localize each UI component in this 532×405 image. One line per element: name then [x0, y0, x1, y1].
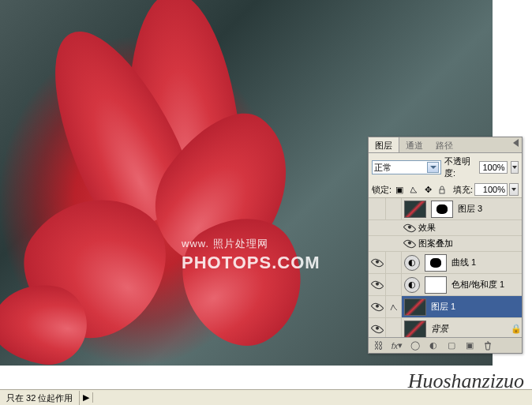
status-bar: 只在 32 位起作用 ▶ — [0, 389, 532, 405]
opacity-input[interactable]: 100% — [479, 161, 508, 174]
eye-icon — [370, 322, 384, 336]
lock-position-icon[interactable]: ✥ — [421, 183, 434, 196]
layer-name[interactable]: 色相/饱和度 1 — [449, 279, 522, 291]
layer-mask-thumbnail[interactable] — [425, 276, 447, 294]
layer-thumbnail[interactable] — [404, 298, 426, 316]
svg-rect-0 — [440, 189, 444, 193]
layer-row[interactable]: ◐ 色相/饱和度 1 — [369, 274, 522, 296]
layer-row-selected[interactable]: 图层 1 — [369, 296, 522, 318]
link-column[interactable] — [386, 252, 402, 273]
lock-label: 锁定: — [372, 184, 392, 196]
visibility-toggle[interactable] — [369, 318, 386, 337]
visibility-toggle[interactable] — [403, 220, 416, 235]
layer-effects-row[interactable]: 效果 — [369, 220, 522, 236]
lock-all-icon[interactable] — [436, 183, 448, 196]
fill-dropdown-icon[interactable] — [509, 183, 519, 196]
lock-icon: 🔒 — [511, 324, 519, 334]
layer-thumbnail[interactable] — [404, 201, 426, 218]
eye-icon — [370, 300, 384, 313]
watermark-line1: www. 照片处理网 — [182, 237, 320, 251]
new-group-icon[interactable]: ▢ — [443, 339, 460, 352]
panel-collapse-icon[interactable] — [510, 137, 522, 152]
eye-icon — [370, 256, 384, 269]
layers-panel: 图层 通道 路径 正常 不透明度: 100% 锁定: ▣ ✥ 填充: 100% … — [368, 137, 523, 354]
layer-mask-thumbnail[interactable] — [425, 254, 447, 272]
lock-image-icon[interactable] — [407, 183, 420, 196]
layer-name[interactable]: 图层 1 — [429, 301, 522, 313]
layer-name[interactable]: 图层 3 — [455, 203, 522, 215]
adjustment-layer-icon[interactable]: ◐ — [425, 339, 442, 352]
opacity-dropdown-icon[interactable] — [511, 161, 519, 174]
layer-mask-icon[interactable]: ◯ — [406, 339, 424, 352]
link-column[interactable] — [386, 318, 402, 337]
blend-mode-row: 正常 不透明度: 100% — [369, 153, 522, 182]
fill-input[interactable]: 100% — [474, 183, 508, 196]
new-layer-icon[interactable]: ▣ — [461, 339, 478, 352]
fill-label: 填充: — [453, 184, 473, 196]
eye-icon — [403, 237, 417, 250]
layer-effect-item[interactable]: 图案叠加 — [369, 236, 522, 252]
visibility-toggle[interactable] — [369, 274, 386, 295]
layer-thumbnail[interactable] — [404, 321, 426, 338]
layers-list: 图层 3 效果 图案叠加 ◐ 曲线 1 ◐ 色相/饱和度 1 — [369, 198, 522, 337]
tab-layers[interactable]: 图层 — [369, 137, 399, 152]
eye-icon — [403, 221, 417, 234]
layer-style-icon[interactable]: fx▾ — [388, 339, 406, 352]
status-arrow-icon[interactable]: ▶ — [80, 392, 93, 403]
link-column[interactable] — [386, 296, 402, 317]
lock-row: 锁定: ▣ ✥ 填充: 100% — [369, 182, 522, 198]
eye-icon — [370, 278, 384, 291]
layer-mask-thumbnail[interactable] — [431, 201, 453, 218]
visibility-toggle[interactable] — [369, 296, 386, 317]
tab-paths[interactable]: 路径 — [429, 137, 459, 152]
lock-transparent-icon[interactable]: ▣ — [393, 183, 406, 196]
panel-tab-bar: 图层 通道 路径 — [369, 137, 522, 153]
layer-name[interactable]: 背景 — [429, 323, 511, 335]
status-text: 只在 32 位起作用 — [0, 391, 80, 405]
watermark-line2: PHOTOPS.COM — [182, 253, 320, 273]
blend-mode-value: 正常 — [374, 162, 392, 174]
visibility-toggle[interactable] — [369, 198, 386, 219]
adjustment-icon[interactable]: ◐ — [404, 255, 420, 271]
layer-row-background[interactable]: 背景 🔒 — [369, 318, 522, 337]
layer-name[interactable]: 曲线 1 — [449, 257, 522, 268]
layer-row[interactable]: ◐ 曲线 1 — [369, 252, 522, 274]
visibility-toggle[interactable] — [369, 252, 386, 273]
flower-image — [0, 16, 332, 363]
tab-channels[interactable]: 通道 — [399, 137, 429, 152]
link-column[interactable] — [386, 274, 402, 295]
effect-name: 图案叠加 — [416, 238, 522, 249]
link-layers-icon[interactable]: ⛓ — [370, 339, 388, 352]
blend-mode-select[interactable]: 正常 — [372, 160, 441, 174]
adjustment-icon[interactable]: ◐ — [404, 277, 420, 293]
brush-icon — [389, 302, 399, 312]
visibility-toggle[interactable] — [403, 236, 416, 251]
effects-label: 效果 — [416, 222, 522, 234]
dropdown-arrow-icon — [427, 162, 439, 173]
panel-footer: ⛓ fx▾ ◯ ◐ ▢ ▣ — [369, 337, 522, 353]
delete-layer-icon[interactable] — [479, 339, 496, 352]
link-column[interactable] — [386, 198, 402, 219]
layer-row[interactable]: 图层 3 — [369, 198, 522, 220]
watermark: www. 照片处理网 PHOTOPS.COM — [182, 237, 320, 273]
opacity-label: 不透明度: — [444, 156, 476, 179]
